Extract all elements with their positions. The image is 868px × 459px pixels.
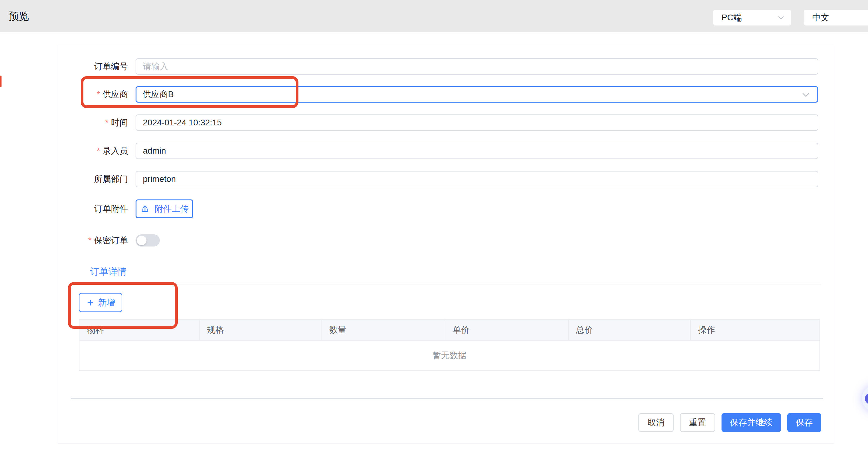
order-number-label: 订单编号 [58, 58, 128, 75]
floating-helper-button[interactable] [862, 385, 868, 412]
toggle-knob [137, 236, 147, 245]
helper-ring-icon [865, 393, 868, 404]
supplier-select-value: 供应商B [136, 87, 817, 102]
footer-divider [71, 398, 823, 399]
supplier-select[interactable]: 供应商B [135, 86, 818, 103]
field-row-supplier: *供应商 供应商B [58, 86, 818, 103]
field-row-order-number: 订单编号 [58, 58, 818, 75]
confidential-toggle[interactable] [135, 234, 160, 247]
column-header-material: 物料 [80, 320, 199, 340]
required-marker: * [105, 118, 108, 127]
annotation-edge-artifact [0, 76, 2, 87]
reset-button[interactable]: 重置 [680, 413, 715, 432]
form-footer: 取消 重置 保存并继续 保存 [58, 413, 821, 432]
field-row-department: 所属部门 [58, 171, 818, 187]
topbar: 预览 PC端 中文 [0, 0, 868, 32]
save-button[interactable]: 保存 [787, 413, 821, 432]
upload-icon [140, 204, 150, 214]
cancel-button[interactable]: 取消 [639, 413, 674, 432]
field-row-confidential: *保密订单 [58, 232, 160, 249]
department-label: 所属部门 [58, 171, 128, 187]
attachment-upload-label: 附件上传 [155, 203, 189, 214]
confidential-label: *保密订单 [58, 232, 128, 249]
field-row-recorder: *录入员 [58, 143, 818, 159]
attachment-label: 订单附件 [58, 199, 128, 218]
chevron-down-icon [777, 14, 785, 22]
column-header-quantity: 数量 [322, 320, 445, 340]
field-row-time: *时间 [58, 114, 818, 131]
page-title: 预览 [8, 0, 29, 32]
column-header-actions: 操作 [691, 320, 819, 340]
column-header-total-price: 总价 [569, 320, 691, 340]
add-row-button[interactable]: 新增 [79, 293, 122, 312]
table-empty-state: 暂无数据 [80, 341, 819, 370]
time-input[interactable] [135, 114, 818, 131]
department-input[interactable] [135, 171, 818, 187]
language-select-value: 中文 [804, 10, 868, 26]
save-and-continue-button[interactable]: 保存并继续 [721, 413, 781, 432]
add-row-button-label: 新增 [98, 297, 115, 309]
section-divider [79, 284, 821, 284]
required-marker: * [97, 146, 100, 155]
required-marker: * [97, 90, 100, 99]
plus-icon [86, 298, 95, 307]
device-select[interactable]: PC端 [713, 10, 791, 26]
attachment-upload-button[interactable]: 附件上传 [135, 199, 193, 218]
order-detail-table: 物料 规格 数量 单价 总价 操作 暂无数据 [79, 319, 820, 371]
language-select[interactable]: 中文 [804, 10, 868, 26]
recorder-label: *录入员 [58, 143, 128, 159]
supplier-label: *供应商 [58, 86, 128, 103]
recorder-input[interactable] [135, 143, 818, 159]
field-row-attachment: 订单附件 附件上传 [58, 199, 193, 218]
required-marker: * [88, 236, 92, 245]
chevron-down-icon [801, 90, 811, 99]
order-detail-section-title: 订单详情 [90, 266, 126, 278]
form-panel: 订单编号 *供应商 供应商B *时间 *录入员 所属部门 [58, 45, 834, 443]
table-header-row: 物料 规格 数量 单价 总价 操作 [80, 320, 819, 341]
order-number-input[interactable] [135, 58, 818, 75]
column-header-unit-price: 单价 [445, 320, 569, 340]
column-header-spec: 规格 [199, 320, 322, 340]
time-label: *时间 [58, 114, 128, 131]
